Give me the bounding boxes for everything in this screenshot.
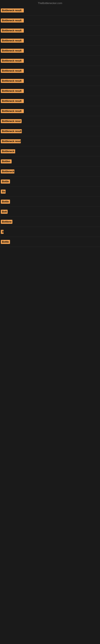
bottleneck-result-badge[interactable]: Bottleneck result	[1, 28, 24, 32]
bottleneck-result-badge[interactable]: Bottleneck result	[1, 49, 24, 53]
list-item: Bottle	[0, 237, 100, 247]
bottleneck-result-badge[interactable]: B	[1, 230, 3, 234]
list-item: Bottleneck result	[0, 6, 100, 16]
bottleneck-result-badge[interactable]: Bottle	[1, 200, 10, 204]
bottleneck-result-badge[interactable]: Bottleneck result	[1, 59, 24, 63]
list-item: Bottleneck	[0, 166, 100, 176]
bottleneck-result-badge[interactable]: Bottleneck resul	[1, 119, 22, 123]
list-item: Bottleneck result	[0, 86, 100, 96]
list-item: Bottleneck result	[0, 96, 100, 106]
site-name: TheBottlenecker.com	[38, 2, 62, 5]
bottleneck-result-badge[interactable]: Bottlene	[1, 220, 12, 224]
list-item: Bottlene	[0, 217, 100, 227]
list-item: Bottleneck result	[0, 66, 100, 76]
list-item: Bottleneck result	[0, 106, 100, 116]
bottleneck-result-badge[interactable]: Bottleneck result	[1, 129, 22, 133]
list-item: Bottleneck result	[0, 36, 100, 46]
bottleneck-result-badge[interactable]: Bottleneck result	[1, 99, 24, 103]
list-item: Bottleneck result	[0, 126, 100, 136]
list-item: Bottleneck result	[0, 76, 100, 86]
list-item: Bott	[0, 207, 100, 217]
list-item: Bo	[0, 186, 100, 196]
list-item: Bottleneck result	[0, 16, 100, 26]
list-item: Bottle	[0, 176, 100, 186]
bottleneck-result-badge[interactable]: Bottle	[1, 180, 10, 184]
bottleneck-result-badge[interactable]: Bottleneck result	[1, 79, 24, 83]
list-item: Bottleneck resul	[0, 116, 100, 126]
list-item: B	[0, 227, 100, 237]
bottleneck-result-badge[interactable]: Bottleneck r	[1, 149, 15, 153]
bottleneck-result-badge[interactable]: Bo	[1, 190, 6, 194]
list-item: Bottleneck r	[0, 146, 100, 156]
bottleneck-result-badge[interactable]: Bottleneck result	[1, 69, 24, 73]
bottleneck-result-badge[interactable]: Bottle	[1, 240, 10, 244]
site-header: TheBottlenecker.com	[0, 0, 100, 6]
list-item: Bottleneck result	[0, 56, 100, 66]
bottleneck-result-badge[interactable]: Bott	[1, 210, 8, 214]
bottleneck-result-badge[interactable]: Bottleneck result	[1, 18, 24, 22]
bottleneck-result-badge[interactable]: Bottleneck result	[1, 109, 24, 113]
bottleneck-result-badge[interactable]: Bottleneck	[1, 170, 14, 174]
bottleneck-result-badge[interactable]: Bottleneck result	[1, 39, 24, 43]
bottleneck-result-badge[interactable]: Bottleneck result	[1, 8, 24, 12]
list-item: Bottle	[0, 196, 100, 207]
bottleneck-result-badge[interactable]: Bottleneck result	[1, 139, 21, 143]
list-item: Bottleneck result	[0, 26, 100, 36]
bottleneck-result-badge[interactable]: Bottlen	[1, 160, 12, 164]
bottleneck-result-badge[interactable]: Bottleneck result	[1, 89, 24, 93]
list-item: Bottleneck result	[0, 46, 100, 56]
list-item: Bottlen	[0, 156, 100, 166]
list-item: Bottleneck result	[0, 136, 100, 146]
